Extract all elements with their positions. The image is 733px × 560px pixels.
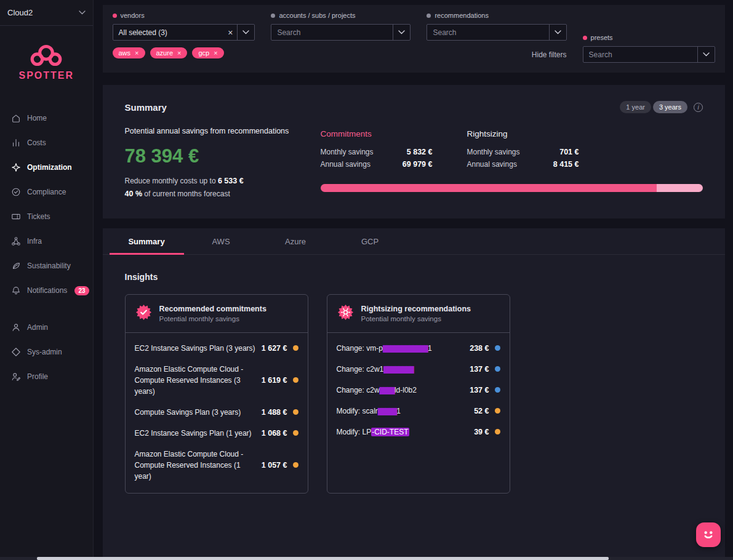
remove-icon[interactable]: ×: [177, 49, 181, 57]
reduce-value: 6 533 €: [218, 177, 244, 185]
orange-status-dot: [293, 430, 298, 436]
chevron-down-icon[interactable]: [698, 52, 715, 57]
sidebar-item-tickets[interactable]: Tickets: [0, 204, 93, 229]
details-card: SummaryAWSAzureGCP Insights Recommended …: [103, 228, 726, 560]
sidebar-item-costs[interactable]: Costs: [0, 130, 93, 155]
redacted-text: █████: [378, 408, 396, 415]
scrollbar-thumb[interactable]: [37, 557, 609, 560]
vendors-label-text: vendors: [121, 12, 145, 19]
tab-aws[interactable]: AWS: [184, 228, 258, 255]
clear-icon[interactable]: ×: [223, 28, 237, 38]
chat-widget-button[interactable]: [696, 522, 721, 547]
vendor-pill-aws[interactable]: aws×: [113, 47, 145, 58]
card-title: Rightsizing recommendations: [361, 305, 471, 313]
recommendations-select[interactable]: [427, 24, 566, 41]
label: Annual savings: [321, 160, 371, 169]
seal-check-icon: [135, 304, 152, 323]
main-content: vendors All selected (3) × aws×azure×gcp…: [94, 0, 733, 560]
recommendation-label: Change: c2w████ld-l0b2: [337, 385, 465, 396]
remove-icon[interactable]: ×: [135, 49, 138, 57]
list-item[interactable]: Change: c2w1████████137 €: [337, 359, 500, 380]
sidebar-item-home[interactable]: Home: [0, 106, 93, 130]
tab-azure[interactable]: Azure: [258, 228, 333, 255]
presets-select[interactable]: [583, 46, 715, 63]
chevron-down-icon[interactable]: [550, 30, 566, 34]
info-icon[interactable]: i: [694, 103, 703, 112]
recommendations-search-input[interactable]: [433, 28, 548, 37]
accounts-filter: accounts / subs / projects: [271, 12, 411, 63]
sidebar-item-infra[interactable]: Infra: [0, 229, 93, 254]
remove-icon[interactable]: ×: [214, 49, 217, 57]
sidebar-item-sustainability[interactable]: Sustainability: [0, 254, 93, 278]
brand-name: SPOTTER: [18, 70, 74, 81]
pill-label: azure: [156, 49, 174, 57]
pill-label: aws: [119, 49, 131, 57]
filter-dot-icon: [113, 14, 117, 18]
workspace-switcher[interactable]: Cloud2: [0, 0, 93, 26]
card-subtitle: Potential monthly savings: [361, 315, 471, 322]
insights-title: Insights: [125, 272, 726, 282]
list-item[interactable]: EC2 Instance Savings Plan (1 year)1 068 …: [135, 423, 298, 444]
period-option-1-year[interactable]: 1 year: [620, 101, 651, 113]
commitments-annual-row: Annual savings 69 979 €: [321, 158, 433, 170]
chevron-down-icon[interactable]: [238, 30, 254, 34]
recommendations-label-text: recommendations: [435, 12, 488, 19]
chat-smiley-icon: [701, 527, 716, 542]
hide-filters-link[interactable]: Hide filters: [427, 50, 566, 59]
sidebar-item-optimization[interactable]: Optimization: [0, 155, 93, 180]
recommendation-label: EC2 Instance Savings Plan (3 years): [135, 343, 256, 354]
list-item[interactable]: Amazon Elastic Compute Cloud - Compute R…: [135, 444, 298, 487]
pill-label: gcp: [198, 49, 209, 57]
sidebar-item-compliance[interactable]: Compliance: [0, 180, 93, 204]
list-item[interactable]: Change: vm-p████████████1238 €: [337, 338, 500, 359]
savings-value: 137 €: [470, 365, 489, 374]
home-icon: [11, 113, 21, 123]
presets-label: presets: [583, 34, 715, 41]
accounts-search-input[interactable]: [277, 28, 393, 37]
vendors-filter: vendors All selected (3) × aws×azure×gcp…: [113, 12, 255, 63]
filter-dot-icon: [271, 14, 275, 18]
savings-value: 39 €: [474, 428, 489, 436]
value: 5 832 €: [407, 148, 433, 156]
horizontal-scrollbar[interactable]: [0, 557, 733, 560]
commitments-block: Commitments Monthly savings 5 832 € Annu…: [321, 129, 433, 170]
filter-dot-icon: [427, 14, 431, 18]
sidebar-item-admin[interactable]: Admin: [0, 315, 93, 340]
commitments-title: Commitments: [321, 129, 433, 138]
vendor-pill-gcp[interactable]: gcp×: [192, 47, 223, 58]
list-item[interactable]: Modify: LP-CID-TEST39 €: [337, 422, 500, 442]
vendors-select[interactable]: All selected (3) ×: [113, 24, 255, 41]
blue-status-dot: [495, 366, 500, 372]
summary-title: Summary: [125, 102, 167, 113]
tab-gcp[interactable]: GCP: [333, 228, 407, 255]
vendors-select-value: All selected (3): [119, 28, 224, 37]
label-text: Amazon Elastic Compute Cloud - Compute R…: [135, 450, 244, 481]
rightsizing-annual-row: Annual savings 8 415 €: [467, 158, 579, 170]
orange-status-dot: [293, 462, 298, 468]
vendor-pill-azure[interactable]: azure×: [150, 47, 188, 58]
blue-status-dot: [495, 345, 500, 351]
list-item[interactable]: Change: c2w████ld-l0b2137 €: [337, 380, 500, 401]
sidebar-item-profile[interactable]: Profile: [0, 364, 93, 389]
sidebar-item-label: Compliance: [27, 188, 66, 196]
period-option-3-years[interactable]: 3 years: [653, 101, 687, 113]
presets-label-text: presets: [591, 34, 613, 41]
chevron-down-icon[interactable]: [393, 30, 410, 34]
sidebar-item-notifications[interactable]: Notifications23: [0, 278, 93, 303]
label-text: 1: [428, 344, 432, 353]
value: 8 415 €: [553, 160, 579, 169]
list-item[interactable]: Modify: scalr█████152 €: [337, 401, 500, 422]
sidebar-item-sys-admin[interactable]: Sys-admin: [0, 340, 93, 364]
list-item[interactable]: Amazon Elastic Compute Cloud - Compute R…: [135, 359, 298, 402]
tab-summary[interactable]: Summary: [110, 228, 184, 255]
label-text: Change: c2w1: [337, 365, 384, 374]
list-item[interactable]: EC2 Instance Savings Plan (3 years)1 627…: [135, 338, 298, 359]
insights-cards: Recommended commitments Potential monthl…: [125, 294, 703, 494]
filter-bar: vendors All selected (3) × aws×azure×gcp…: [103, 5, 726, 73]
accounts-select[interactable]: [271, 24, 411, 41]
sidebar-item-label: Infra: [27, 237, 42, 246]
accounts-label-text: accounts / subs / projects: [279, 12, 355, 19]
label: Monthly savings: [321, 148, 374, 156]
list-item[interactable]: Compute Savings Plan (3 years)1 488 €: [135, 402, 298, 423]
presets-search-input[interactable]: [589, 50, 697, 59]
